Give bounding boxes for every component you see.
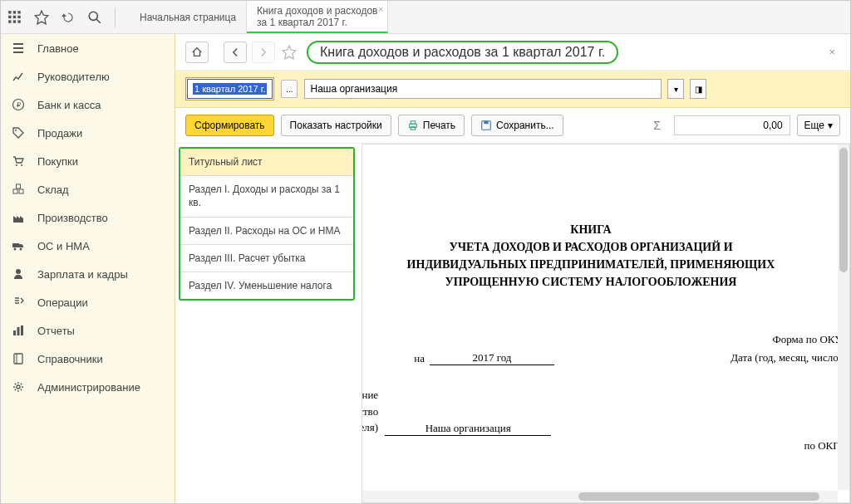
org-value: Наша организация [310, 83, 397, 95]
toc-item-section1[interactable]: Раздел I. Доходы и расходы за 1 кв. [180, 176, 353, 217]
svg-point-14 [16, 164, 17, 166]
history-icon[interactable] [58, 7, 78, 27]
year-field: 2017 год [430, 351, 554, 365]
period-input-wrap: 1 квартал 2017 г. [185, 77, 274, 100]
svg-rect-33 [484, 121, 488, 125]
sidebar-item-label: Покупки [37, 155, 78, 168]
home-button[interactable] [185, 42, 209, 63]
horizontal-scrollbar[interactable] [362, 491, 838, 502]
sidebar-item-label: Отчеты [37, 325, 75, 337]
svg-rect-19 [12, 243, 19, 247]
svg-rect-4 [13, 15, 16, 17]
sidebar-item-admin[interactable]: Администрирование [1, 373, 175, 401]
more-button[interactable]: Еще▾ [797, 115, 840, 136]
boxes-icon [11, 182, 26, 197]
svg-point-22 [16, 269, 21, 274]
sum-display: 0,00 [674, 115, 790, 135]
top-toolbar: Начальная страница Книга доходов и расхо… [1, 1, 850, 34]
sidebar-item-main[interactable]: Главное [1, 34, 175, 62]
sidebar-item-references[interactable]: Справочники [1, 345, 175, 373]
ref-line: Ро [362, 174, 850, 188]
period-input[interactable]: 1 квартал 2017 г. [187, 79, 273, 99]
svg-point-21 [20, 248, 22, 251]
sidebar-item-label: Руководителю [37, 71, 110, 83]
print-label: Печать [423, 120, 455, 131]
doc-title: КНИГА УЧЕТА ДОХОДОВ И РАСХОДОВ ОРГАНИЗАЦ… [362, 221, 850, 291]
save-label: Сохранить... [496, 120, 554, 131]
subtitle: УЧЕТА ДОХОДОВ И РАСХОДОВ ОРГАНИЗАЦИЙ И [362, 238, 850, 256]
open-icon[interactable]: ◨ [690, 79, 706, 99]
tab-bar: Начальная страница Книга доходов и расхо… [130, 1, 388, 33]
toc-item-section2[interactable]: Раздел II. Расходы на ОС и НМА [180, 218, 353, 245]
bars-icon [11, 323, 26, 338]
sidebar-item-label: Продажи [37, 127, 82, 139]
search-icon[interactable] [85, 7, 105, 27]
content-area: Титульный лист Раздел I. Доходы и расход… [175, 144, 850, 503]
heading: КНИГА [362, 221, 850, 238]
cart-icon [11, 154, 26, 169]
chart-icon [11, 69, 26, 84]
svg-rect-25 [21, 325, 23, 335]
operations-icon [11, 295, 26, 310]
forward-button[interactable] [252, 42, 275, 63]
sidebar-item-label: ОС и НМА [37, 240, 90, 252]
svg-rect-3 [8, 15, 11, 17]
sidebar: Главное Руководителю ₽Банк и касса Прода… [1, 34, 175, 503]
document: к Приказу Ми Ро КНИГА УЧЕТА ДОХОДОВ И РА… [362, 144, 850, 471]
save-button[interactable]: Сохранить... [471, 115, 563, 136]
favorite-icon[interactable] [280, 43, 298, 61]
sidebar-item-operations[interactable]: Операции [1, 288, 175, 316]
period-value: 1 квартал 2017 г. [193, 83, 267, 95]
header-row: Книга доходов и расходов за 1 квартал 20… [175, 34, 850, 71]
show-settings-button[interactable]: Показать настройки [281, 115, 391, 136]
sidebar-item-payroll[interactable]: Зарплата и кадры [1, 260, 175, 288]
truck-icon [11, 238, 26, 253]
svg-rect-23 [13, 330, 16, 335]
sidebar-item-reports[interactable]: Отчеты [1, 316, 175, 345]
dropdown-icon[interactable]: ▾ [667, 79, 684, 99]
svg-rect-16 [13, 189, 17, 193]
sidebar-item-purchases[interactable]: Покупки [1, 147, 175, 175]
close-icon[interactable]: × [378, 4, 383, 14]
svg-rect-8 [17, 20, 20, 22]
sidebar-item-label: Зарплата и кадры [37, 268, 128, 281]
page-title: Книга доходов и расходов за 1 квартал 20… [307, 41, 618, 64]
sidebar-item-assets[interactable]: ОС и НМА [1, 232, 175, 260]
svg-rect-26 [14, 354, 22, 364]
print-button[interactable]: Печать [398, 115, 465, 136]
ref-line: к Приказу Ми [362, 161, 850, 174]
sidebar-item-sales[interactable]: Продажи [1, 119, 175, 147]
svg-rect-1 [13, 11, 16, 13]
person-icon [11, 267, 26, 281]
tab-label: за 1 квартал 2017 г. [257, 17, 377, 28]
date-label: Дата (год, месяц, число) [730, 351, 842, 365]
toc-item-section4[interactable]: Раздел IV. Уменьшение налога [180, 272, 353, 299]
toc-item-section3[interactable]: Раздел III. Расчет убытка [180, 245, 353, 272]
more-label: Еще [804, 120, 824, 131]
close-icon[interactable]: × [824, 46, 840, 58]
menu-icon [11, 41, 26, 56]
toc-item-title[interactable]: Титульный лист [180, 149, 353, 176]
sidebar-item-bank[interactable]: ₽Банк и касса [1, 91, 175, 119]
apps-icon[interactable] [5, 7, 25, 27]
sidebar-item-label: Администрирование [37, 381, 140, 394]
org-select[interactable]: Наша организация [304, 79, 662, 99]
vertical-scrollbar[interactable] [838, 144, 849, 490]
svg-rect-2 [17, 11, 20, 13]
form-button[interactable]: Сформировать [185, 115, 274, 136]
period-picker-button[interactable]: ... [281, 80, 298, 98]
ruble-icon: ₽ [11, 97, 26, 112]
tab-home[interactable]: Начальная страница [130, 1, 247, 33]
toc: Титульный лист Раздел I. Доходы и расход… [179, 147, 355, 301]
svg-rect-24 [17, 327, 20, 335]
sidebar-item-manager[interactable]: Руководителю [1, 62, 175, 91]
sidebar-item-production[interactable]: Производство [1, 203, 175, 232]
tab-label: Начальная страница [140, 12, 236, 23]
back-button[interactable] [224, 42, 247, 63]
subtitle: ИНДИВИДУАЛЬНЫХ ПРЕДПРИНИМАТЕЛЕЙ, ПРИМЕНЯ… [362, 256, 850, 273]
tab-report[interactable]: Книга доходов и расходов за 1 квартал 20… [247, 1, 388, 33]
star-icon[interactable] [32, 7, 52, 27]
gear-icon [11, 379, 26, 394]
svg-line-10 [96, 19, 101, 23]
sidebar-item-warehouse[interactable]: Склад [1, 175, 175, 203]
